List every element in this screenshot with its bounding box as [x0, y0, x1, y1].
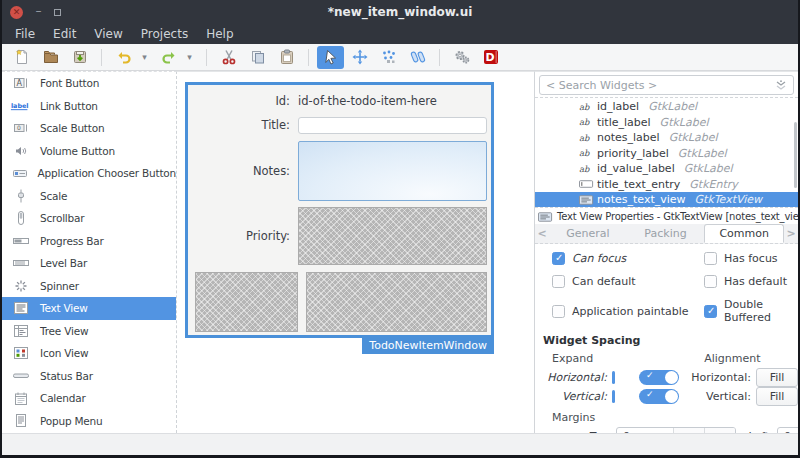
- expand-all-icon[interactable]: [775, 80, 787, 91]
- palette-item-text-view[interactable]: Text View: [2, 297, 176, 320]
- properties-tab-common[interactable]: Common: [704, 224, 784, 243]
- vertical-expand-row: Vertical: Vertical: Fill: [535, 387, 798, 406]
- tree-row-notes-text-view[interactable]: notes_text_view GtkTextView: [535, 192, 798, 207]
- toolbar-button-margin-edit[interactable]: [375, 46, 402, 69]
- menu-item-file[interactable]: File: [6, 25, 44, 43]
- palette-item-status-bar[interactable]: Status Bar: [2, 365, 176, 388]
- id-value-label[interactable]: id-of-the-todo-item-here: [298, 94, 487, 108]
- calendar-icon: [10, 392, 32, 405]
- property-checkbox-item-has-focus[interactable]: Has focus: [704, 252, 798, 265]
- toolbar-button-paste[interactable]: [273, 46, 300, 69]
- toolbar-button-new-project[interactable]: [8, 46, 35, 69]
- priority-placeholder[interactable]: [298, 207, 487, 265]
- tree-row-id-value-label[interactable]: ab id_value_label GtkLabel: [535, 161, 798, 177]
- property-checkbox-item-can-focus[interactable]: Can focus: [552, 252, 704, 265]
- svg-text:0: 0: [17, 124, 21, 131]
- alignment-horizontal-button[interactable]: Fill: [756, 368, 798, 387]
- palette-item-scrollbar[interactable]: Scrollbar: [2, 207, 176, 230]
- checkbox-icon[interactable]: [552, 252, 565, 265]
- checkbox-icon[interactable]: [552, 275, 565, 288]
- notes-label[interactable]: Notes:: [195, 164, 290, 178]
- dropdown-arrow-icon[interactable]: ▾: [183, 46, 196, 69]
- palette-item-font-button[interactable]: A Font Button: [2, 72, 176, 95]
- tree-scrollbar[interactable]: [794, 122, 797, 188]
- dropdown-arrow-icon[interactable]: ▾: [138, 46, 151, 69]
- palette-item-popup-menu[interactable]: Popup Menu: [2, 410, 176, 433]
- widget-spacing-title: Widget Spacing: [535, 329, 798, 350]
- checkbox-icon[interactable]: [704, 305, 717, 318]
- palette-item-level-bar[interactable]: Level Bar: [2, 252, 176, 275]
- toolbar-button-align-edit[interactable]: [404, 46, 431, 69]
- tree-row-id-label[interactable]: ab id_label GtkLabel: [535, 99, 798, 115]
- toolbar-button-undo[interactable]: [110, 46, 137, 69]
- toolbar-button-preferences[interactable]: [448, 46, 475, 69]
- palette-item-application-chooser-button[interactable]: Application Chooser Button: [2, 162, 176, 185]
- tree-row-notes-label[interactable]: ab notes_label GtkLabel: [535, 130, 798, 146]
- minimize-icon[interactable]: –: [34, 8, 43, 17]
- palette-item-icon-view[interactable]: Icon View: [2, 342, 176, 365]
- properties-tab-general[interactable]: General: [549, 224, 627, 243]
- tree-row-priority-label[interactable]: ab priority_label GtkLabel: [535, 146, 798, 162]
- checkbox-icon[interactable]: [704, 275, 717, 288]
- next-tab-arrow-icon[interactable]: >: [784, 224, 798, 243]
- tree-row-title-text-entry[interactable]: title_text_entry GtkEntry: [535, 177, 798, 193]
- expand-horizontal-checkbox[interactable]: [612, 371, 615, 384]
- palette-item-progress-bar[interactable]: Progress Bar: [2, 230, 176, 253]
- property-checkbox-item-has-default[interactable]: Has default: [704, 275, 798, 288]
- checkbox-icon[interactable]: [552, 305, 565, 318]
- search-widgets-input[interactable]: < Search Widgets >: [539, 75, 794, 95]
- margin-edit-icon: [381, 49, 397, 65]
- design-workarea: Id: id-of-the-todo-item-here Title: Note…: [177, 71, 534, 433]
- alignment-vertical-button[interactable]: Fill: [756, 387, 798, 406]
- redo-icon: [161, 49, 177, 65]
- tree-row-title-label[interactable]: ab title_label GtkLabel: [535, 115, 798, 131]
- menu-item-projects[interactable]: Projects: [132, 25, 197, 43]
- margins-title: Margins: [535, 406, 798, 427]
- id-label[interactable]: Id:: [195, 94, 290, 108]
- toolbar-button-copy[interactable]: [244, 46, 271, 69]
- title-text-entry[interactable]: [298, 117, 487, 134]
- todo-new-item-window-canvas[interactable]: Id: id-of-the-todo-item-here Title: Note…: [185, 82, 494, 338]
- property-checkbox-item-application-paintable[interactable]: Application paintable: [552, 298, 704, 324]
- bottom-left-placeholder[interactable]: [195, 272, 298, 332]
- svg-text:A: A: [16, 79, 22, 88]
- close-icon[interactable]: ✕: [10, 6, 23, 19]
- expand-horizontal-toggle[interactable]: [639, 370, 679, 385]
- toolbar-button-selector[interactable]: [317, 46, 344, 69]
- toolbar-button-redo[interactable]: [155, 46, 182, 69]
- alignment-vertical-label: Vertical:: [685, 390, 751, 403]
- main-content: A Font Button label Link Button 0 Scale …: [2, 71, 798, 433]
- properties-tab-packing[interactable]: Packing: [627, 224, 705, 243]
- toolbar-button-drag-resize[interactable]: [346, 46, 373, 69]
- toolbar-button-open-project[interactable]: [37, 46, 64, 69]
- palette-item-volume-button[interactable]: Volume Button: [2, 140, 176, 163]
- properties-header: Text View Properties - GtkTextView [note…: [535, 207, 798, 224]
- prev-tab-arrow-icon[interactable]: <: [535, 224, 549, 243]
- toolbar-button-save-project[interactable]: [66, 46, 93, 69]
- palette-item-link-button[interactable]: label Link Button: [2, 95, 176, 118]
- toolbar-button-cut[interactable]: [215, 46, 242, 69]
- maximize-icon[interactable]: [54, 9, 61, 16]
- menu-item-edit[interactable]: Edit: [44, 25, 85, 43]
- menu-item-view[interactable]: View: [85, 25, 131, 43]
- palette-item-scale[interactable]: Scale: [2, 185, 176, 208]
- checkbox-icon[interactable]: [704, 252, 717, 265]
- expand-vertical-toggle[interactable]: [639, 389, 679, 404]
- property-checkbox-item-can-default[interactable]: Can default: [552, 275, 704, 288]
- palette-item-tree-view[interactable]: Tree View: [2, 320, 176, 343]
- palette-item-calendar[interactable]: Calendar: [2, 387, 176, 410]
- svg-text:ab: ab: [579, 117, 590, 127]
- notes-text-view[interactable]: [298, 141, 487, 201]
- bottom-right-placeholder[interactable]: [306, 272, 487, 332]
- palette-item-scale-button[interactable]: 0 Scale Button: [2, 117, 176, 140]
- palette-item-spinner[interactable]: Spinner: [2, 275, 176, 298]
- toolbar-separator: [439, 49, 440, 66]
- drag-resize-icon: [352, 49, 368, 65]
- spacing-subheads: Expand Alignment: [535, 350, 798, 368]
- priority-label[interactable]: Priority:: [195, 229, 290, 243]
- expand-vertical-checkbox[interactable]: [612, 390, 615, 403]
- menu-item-help[interactable]: Help: [197, 25, 242, 43]
- property-checkbox-item-double-buffered[interactable]: Double Buffered: [704, 298, 798, 324]
- toolbar-button-devhelp[interactable]: D: [477, 46, 504, 69]
- title-label[interactable]: Title:: [195, 118, 290, 132]
